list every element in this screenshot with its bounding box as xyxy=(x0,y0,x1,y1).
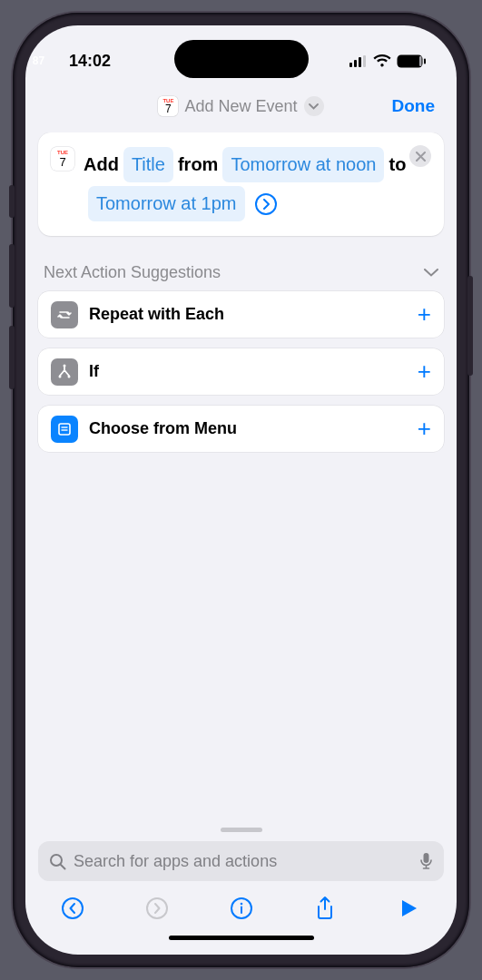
info-button[interactable] xyxy=(229,896,254,921)
svg-rect-2 xyxy=(359,57,361,67)
cellular-icon xyxy=(349,55,368,67)
svg-rect-1 xyxy=(354,60,357,67)
search-bar[interactable] xyxy=(38,841,444,881)
suggestion-repeat[interactable]: Repeat with Each + xyxy=(38,291,444,338)
svg-rect-0 xyxy=(349,63,352,67)
mic-icon[interactable] xyxy=(419,852,433,870)
action-word-to: to xyxy=(389,149,406,181)
end-date-token[interactable]: Tomorrow at 1pm xyxy=(88,186,245,221)
add-icon[interactable]: + xyxy=(418,415,431,443)
svg-point-13 xyxy=(51,855,62,866)
suggestion-menu[interactable]: Choose from Menu + xyxy=(38,406,444,452)
svg-point-9 xyxy=(68,375,71,377)
wifi-icon xyxy=(373,54,391,67)
battery-percent: 87 xyxy=(25,54,52,67)
svg-point-17 xyxy=(147,898,167,918)
action-card[interactable]: TUE 7 Add Title from Tomorrow at noon to… xyxy=(38,132,444,236)
drag-handle[interactable] xyxy=(221,828,262,832)
suggestion-label: Choose from Menu xyxy=(89,419,418,438)
svg-line-14 xyxy=(61,865,65,869)
suggestion-if[interactable]: If + xyxy=(38,348,444,395)
title-token[interactable]: Title xyxy=(123,147,173,182)
svg-point-8 xyxy=(59,375,62,377)
svg-rect-4 xyxy=(398,54,423,67)
action-word-add: Add xyxy=(84,149,119,181)
svg-point-16 xyxy=(63,898,83,918)
suggestion-label: If xyxy=(89,362,418,381)
start-date-token[interactable]: Tomorrow at noon xyxy=(222,147,384,182)
nav-bar: TUE 7 Add New Event Done xyxy=(25,83,457,132)
calendar-icon: TUE 7 xyxy=(158,96,178,116)
suggestion-label: Repeat with Each xyxy=(89,305,418,324)
action-word-from: from xyxy=(178,149,218,181)
svg-rect-15 xyxy=(424,853,429,863)
page-title: Add New Event xyxy=(184,97,297,116)
nav-title-button[interactable]: TUE 7 Add New Event xyxy=(158,96,323,116)
search-input[interactable] xyxy=(74,852,412,871)
clear-button[interactable] xyxy=(409,145,431,167)
svg-rect-3 xyxy=(363,55,366,67)
branch-icon xyxy=(51,358,78,386)
add-icon[interactable]: + xyxy=(418,358,431,386)
svg-point-19 xyxy=(240,903,242,906)
clock: 14:02 xyxy=(69,52,111,71)
home-indicator[interactable] xyxy=(169,936,314,940)
chevron-down-icon xyxy=(304,96,324,116)
undo-button[interactable] xyxy=(60,896,85,921)
play-button[interactable] xyxy=(397,896,422,921)
add-icon[interactable]: + xyxy=(418,300,431,328)
toolbar xyxy=(38,881,444,928)
collapse-icon[interactable] xyxy=(424,269,438,277)
dynamic-island xyxy=(174,40,309,78)
battery-icon: 87 xyxy=(397,54,426,68)
calendar-app-icon: TUE 7 xyxy=(51,147,74,171)
done-button[interactable]: Done xyxy=(392,96,436,116)
repeat-icon xyxy=(51,301,78,328)
section-header: Next Action Suggestions xyxy=(44,263,221,282)
menu-icon xyxy=(51,416,78,443)
svg-rect-6 xyxy=(419,56,422,66)
expand-button[interactable] xyxy=(255,193,277,215)
svg-point-7 xyxy=(64,364,66,367)
redo-button xyxy=(144,896,170,921)
svg-rect-10 xyxy=(59,424,70,435)
svg-rect-5 xyxy=(424,58,426,64)
share-button[interactable] xyxy=(312,896,338,921)
search-icon xyxy=(49,853,66,870)
